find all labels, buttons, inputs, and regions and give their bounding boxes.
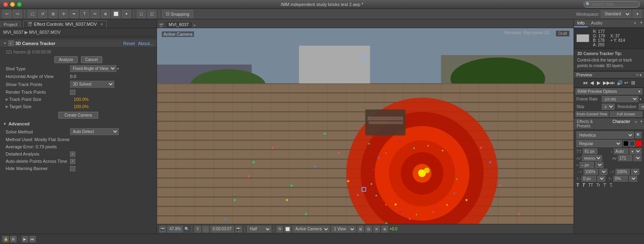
advanced-section-header[interactable]: ▼ Advanced bbox=[0, 120, 157, 127]
next-frame-btn[interactable]: ▶▶ bbox=[603, 80, 609, 86]
bold-T-btn[interactable]: T bbox=[576, 182, 579, 187]
snapping-button[interactable]: ⊡ Snapping bbox=[162, 10, 193, 18]
motion-blur-btn[interactable]: ≋ bbox=[374, 226, 380, 232]
baseline-val[interactable]: 0 px bbox=[582, 176, 596, 182]
tracking-type-select[interactable]: Metrics bbox=[582, 155, 602, 161]
grid-btn[interactable]: ⊟ bbox=[365, 226, 372, 232]
kerning-val[interactable]: 171 bbox=[618, 155, 632, 161]
clone-tool[interactable]: ⊕ bbox=[101, 10, 110, 18]
info-panel-close[interactable]: × bbox=[632, 19, 639, 27]
from-current-time-btn[interactable]: From Current Time bbox=[576, 111, 609, 117]
last-frame-btn[interactable]: ⏭ bbox=[610, 80, 615, 86]
snapshot-btn[interactable]: 📷 bbox=[159, 226, 166, 232]
reset-color-btn[interactable] bbox=[636, 141, 642, 146]
italic-T-btn[interactable]: T bbox=[582, 182, 585, 187]
smallcaps-T-btn[interactable]: Tr bbox=[597, 183, 600, 187]
timeline-expand-btn[interactable]: ⊞ bbox=[10, 236, 17, 242]
full-screen-btn[interactable]: Full Screen bbox=[610, 111, 643, 117]
leading-px-val[interactable]: – px bbox=[580, 162, 594, 168]
comp-tab-close[interactable]: × bbox=[193, 23, 196, 28]
sub-T-btn[interactable]: T, bbox=[610, 183, 613, 187]
target-size-value[interactable]: 100.0% bbox=[74, 104, 153, 109]
brush-tool[interactable]: ✏ bbox=[91, 10, 99, 18]
character-tab[interactable]: Character bbox=[610, 118, 633, 129]
target-size-expand[interactable]: ▶ bbox=[6, 105, 8, 109]
render-track-check[interactable] bbox=[70, 90, 75, 95]
font-style-select[interactable]: Regular Bold Italic bbox=[576, 140, 622, 147]
ram-preview-btn[interactable]: RAM Preview Options ▾ bbox=[576, 88, 642, 94]
close-button[interactable] bbox=[3, 2, 8, 7]
track-size-value[interactable]: 100.0% bbox=[74, 97, 153, 102]
select-tool[interactable]: ▢ bbox=[28, 10, 37, 18]
time-display-btn[interactable]: ⧖ bbox=[194, 226, 201, 232]
audio-tab[interactable]: Audio bbox=[588, 19, 605, 27]
zoom-value[interactable]: 47.8% bbox=[167, 226, 183, 232]
view-select[interactable]: 1 View 2 Views bbox=[331, 226, 356, 232]
horiz-angle-value[interactable]: 0.0 bbox=[70, 74, 153, 79]
text-tool[interactable]: T bbox=[80, 10, 89, 18]
stroke-color-chip[interactable] bbox=[630, 141, 635, 146]
cancel-button[interactable]: Cancel bbox=[81, 56, 102, 63]
analyze-button[interactable]: Analyze bbox=[54, 56, 78, 63]
reset-link[interactable]: Reset bbox=[123, 41, 135, 46]
prev-frame-btn[interactable]: ◀ bbox=[589, 80, 595, 86]
leading-px-select[interactable]: ▾ bbox=[595, 162, 603, 168]
font-search-btn[interactable]: 🔍 bbox=[635, 132, 642, 138]
font-name-select[interactable]: Helvetica bbox=[576, 131, 634, 139]
skip-select[interactable]: 0 bbox=[602, 104, 615, 110]
scale-tool[interactable]: ⊞ bbox=[49, 10, 58, 18]
shot-type-select[interactable]: Fixed Angle of View bbox=[70, 65, 116, 72]
super-T-btn[interactable]: T' bbox=[603, 183, 607, 187]
detailed-check[interactable]: ✓ bbox=[70, 152, 75, 157]
tracker-checkbox[interactable]: ✓ bbox=[8, 41, 14, 46]
effect-controls-tab[interactable]: 🎬 Effect Controls: MVI_6037.MOV × bbox=[23, 21, 107, 28]
tracker-enable-check[interactable]: ✓ bbox=[8, 41, 14, 46]
shape-tool[interactable]: ◻ bbox=[137, 10, 146, 18]
tsshift-select[interactable]: ▾ bbox=[629, 176, 637, 182]
create-camera-button[interactable]: Create Camera bbox=[58, 112, 98, 119]
loop-btn[interactable]: ↩ bbox=[623, 80, 629, 86]
timeline-step-btn[interactable]: ⏭ bbox=[29, 236, 36, 242]
first-frame-btn[interactable]: ⏮ bbox=[582, 80, 588, 86]
redo-btn[interactable]: ↪ bbox=[13, 10, 22, 18]
tsshift-val[interactable]: 0% bbox=[613, 176, 628, 182]
h-scale-select[interactable]: ▾ bbox=[599, 169, 607, 175]
track-size-expand[interactable]: ▶ bbox=[6, 97, 8, 101]
project-tab[interactable]: Project bbox=[0, 21, 21, 28]
undo-btn[interactable]: ↩ bbox=[2, 10, 11, 18]
auto-delete-check[interactable]: ✓ bbox=[70, 159, 75, 164]
puppet-tool[interactable]: ✦ bbox=[122, 10, 131, 18]
show-track-select[interactable]: 3D Solved All bbox=[70, 81, 114, 88]
mask-tool[interactable]: ◫ bbox=[147, 10, 156, 18]
hide-warning-check[interactable] bbox=[70, 166, 75, 171]
effects-panel-menu[interactable]: ▾ bbox=[639, 118, 644, 129]
effect-tab-close[interactable]: × bbox=[101, 22, 103, 27]
res-select[interactable]: Half Full bbox=[639, 104, 644, 110]
solve-method-select[interactable]: Auto Detect Mostly Flat Scene Tripod/Sta… bbox=[70, 128, 119, 135]
3d-toggle-btn[interactable]: ⊕ bbox=[382, 226, 388, 232]
quality-select[interactable]: Half Full Quarter bbox=[247, 226, 271, 232]
fill-color-chip[interactable] bbox=[623, 141, 629, 146]
pen-tool[interactable]: ✒ bbox=[70, 10, 78, 18]
safe-zones-btn[interactable]: ⬜ bbox=[285, 226, 291, 232]
ram-mode-btn[interactable]: ⊞ bbox=[630, 80, 636, 86]
maximize-button[interactable] bbox=[17, 2, 22, 7]
workspace-select[interactable]: Standard All Panels Minimal bbox=[601, 10, 631, 18]
layer-vis-btn[interactable]: ⧉ bbox=[277, 226, 283, 232]
preview-close-btn[interactable]: × ▾ bbox=[636, 73, 642, 77]
info-tab[interactable]: Info bbox=[574, 19, 588, 27]
take-photo-btn[interactable]: 📸 bbox=[235, 226, 242, 232]
search-input[interactable] bbox=[584, 1, 640, 8]
v-scale-val[interactable]: 100% bbox=[615, 169, 630, 175]
rotate-tool[interactable]: ↺ bbox=[38, 10, 47, 18]
info-panel-menu[interactable]: ▾ bbox=[639, 19, 644, 27]
effects-panel-close[interactable]: × bbox=[633, 118, 639, 129]
play-btn[interactable]: ▶ bbox=[596, 80, 602, 86]
move-tool[interactable]: ✛ bbox=[59, 10, 68, 18]
audio-btn[interactable]: 🔊 bbox=[617, 80, 622, 86]
font-size-val[interactable]: 61 px bbox=[583, 148, 597, 154]
allcaps-T-btn[interactable]: TT bbox=[588, 183, 593, 187]
eraser-tool[interactable]: ⬜ bbox=[111, 10, 120, 18]
frame-rate-select[interactable]: (23.98) bbox=[602, 96, 638, 102]
render-type-btn[interactable]: ⊞ bbox=[357, 226, 364, 232]
